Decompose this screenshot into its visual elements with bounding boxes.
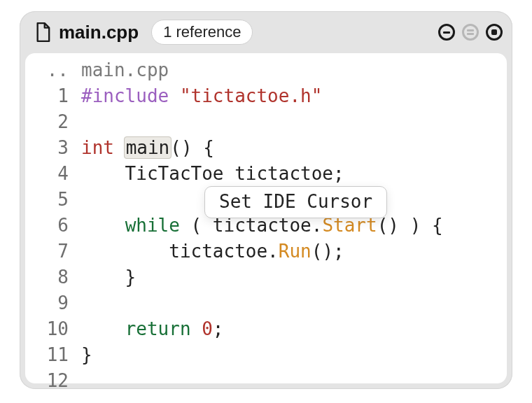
line-number: 9 — [25, 290, 81, 316]
line-number: 7 — [25, 239, 81, 264]
maximize-icon — [491, 29, 497, 35]
line-number: 10 — [25, 316, 81, 342]
code-line[interactable]: 4 TicTacToe tictactoe; — [25, 161, 507, 187]
token: while — [125, 215, 180, 236]
breadcrumb-file: main.cpp — [81, 57, 169, 83]
line-content: TicTacToe tictactoe; — [81, 161, 344, 187]
context-menu[interactable]: Set IDE Cursor — [204, 186, 387, 218]
minimize-button[interactable] — [438, 24, 455, 41]
line-content: } — [81, 264, 136, 290]
code-area[interactable]: .. main.cpp 1#include "tictactoe.h"23int… — [25, 53, 507, 383]
token: int — [81, 137, 114, 158]
window-controls — [438, 24, 503, 41]
secondary-window-button[interactable] — [462, 24, 479, 41]
code-line[interactable]: 11} — [25, 342, 507, 368]
code-line[interactable]: 1#include "tictactoe.h" — [25, 83, 507, 109]
file-icon — [35, 22, 50, 42]
token: } — [81, 267, 136, 288]
token: (); — [312, 241, 344, 262]
code-line[interactable]: 8 } — [25, 264, 507, 290]
file-name: main.cpp — [59, 22, 139, 43]
line-number: 3 — [25, 135, 81, 161]
token: #include — [81, 85, 180, 106]
line-number: 4 — [25, 161, 81, 187]
line-number: 5 — [25, 187, 81, 213]
code-line[interactable]: 9 — [25, 290, 507, 316]
code-line[interactable]: 2 — [25, 109, 507, 135]
line-content: int main() { — [81, 135, 214, 161]
secondary-window-icon — [467, 29, 474, 35]
code-line[interactable]: 7 tictactoe.Run(); — [25, 239, 507, 264]
token: Run — [279, 241, 312, 262]
token: () { — [170, 137, 214, 158]
token — [81, 215, 125, 236]
token: "tictactoe.h" — [180, 85, 323, 106]
line-number: 11 — [25, 342, 81, 368]
token: } — [81, 344, 92, 365]
token — [191, 318, 202, 339]
token: TicTacToe tictactoe; — [81, 163, 344, 184]
line-content: return 0; — [81, 316, 224, 342]
line-content: #include "tictactoe.h" — [81, 83, 322, 109]
breadcrumb-prefix: .. — [25, 57, 81, 83]
token: tictactoe. — [81, 241, 279, 262]
code-line[interactable]: 12 — [25, 368, 507, 394]
editor-panel: main.cpp 1 reference .. main.cpp 1#inclu… — [20, 11, 512, 389]
line-number: 1 — [25, 83, 81, 109]
references-pill[interactable]: 1 reference — [151, 20, 253, 45]
code-line[interactable]: 3int main() { — [25, 135, 507, 161]
minimize-icon — [443, 31, 450, 34]
token — [81, 318, 125, 339]
code-line[interactable]: 10 return 0; — [25, 316, 507, 342]
line-content: } — [81, 342, 92, 368]
maximize-button[interactable] — [486, 24, 503, 41]
line-content: tictactoe.Run(); — [81, 239, 344, 264]
titlebar: main.cpp 1 reference — [20, 11, 512, 53]
token: ; — [213, 318, 224, 339]
token: 0 — [202, 318, 213, 339]
line-number: 6 — [25, 213, 81, 239]
symbol-highlight: main — [124, 136, 172, 159]
line-number: 8 — [25, 264, 81, 290]
breadcrumb[interactable]: .. main.cpp — [25, 57, 507, 83]
context-menu-item-set-ide-cursor[interactable]: Set IDE Cursor — [219, 191, 372, 212]
line-number: 2 — [25, 109, 81, 135]
token: () ) { — [377, 215, 443, 236]
line-number: 12 — [25, 368, 81, 394]
token: return — [125, 318, 191, 339]
code-block: .. main.cpp 1#include "tictactoe.h"23int… — [25, 53, 507, 394]
